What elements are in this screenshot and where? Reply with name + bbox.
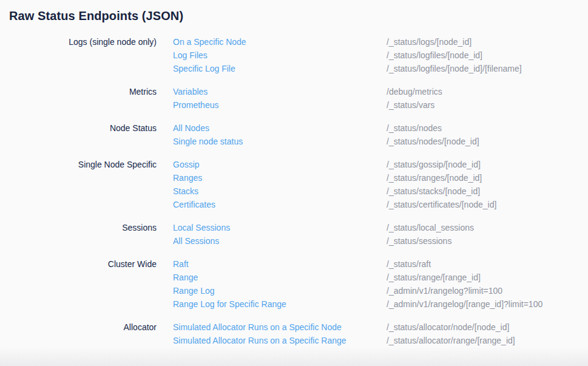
endpoint-path: /_status/certificates/[node_id] — [387, 198, 496, 211]
endpoint-row: Raft /_status/raft — [173, 257, 588, 271]
endpoint-section: Allocator Simulated Allocator Runs on a … — [8, 320, 588, 347]
endpoint-row: Simulated Allocator Runs on a Specific N… — [173, 320, 588, 334]
endpoint-rows: Gossip /_status/gossip/[node_id] Ranges … — [173, 158, 588, 211]
endpoint-section: Metrics Variables /debug/metrics Prometh… — [8, 85, 588, 112]
endpoint-row: Variables /debug/metrics — [173, 85, 588, 98]
endpoint-link[interactable]: All Nodes — [173, 121, 387, 135]
endpoint-link[interactable]: Single node status — [173, 135, 387, 148]
endpoint-category: Sessions — [8, 221, 157, 234]
endpoint-row: Stacks /_status/stacks/[node_id] — [173, 185, 588, 198]
endpoint-link[interactable]: Raft — [173, 257, 387, 271]
endpoint-link[interactable]: On a Specific Node — [173, 35, 387, 49]
page-title: Raw Status Endpoints (JSON) — [9, 8, 588, 24]
endpoint-path: /_status/sessions — [387, 234, 451, 248]
endpoint-row: Range Log for Specific Range /_admin/v1/… — [173, 297, 588, 311]
endpoint-path: /_status/vars — [387, 98, 434, 112]
endpoint-link[interactable]: Stacks — [173, 185, 387, 198]
endpoint-section: Node Status All Nodes /_status/nodes Sin… — [8, 121, 588, 148]
endpoint-row: Range /_status/range/[range_id] — [173, 271, 588, 284]
endpoint-link[interactable]: Local Sessions — [173, 221, 387, 234]
endpoint-link[interactable]: Prometheus — [173, 98, 387, 112]
endpoint-path: /_status/raft — [387, 257, 431, 271]
endpoint-row: Gossip /_status/gossip/[node_id] — [173, 158, 588, 171]
endpoint-row: Local Sessions /_status/local_sessions — [173, 221, 588, 234]
endpoint-path: /_status/range/[range_id] — [387, 271, 481, 284]
endpoint-rows: Simulated Allocator Runs on a Specific N… — [173, 320, 588, 347]
endpoint-path: /_status/allocator/range/[range_id] — [387, 334, 515, 347]
endpoint-path: /_status/ranges/[node_id] — [387, 171, 482, 185]
endpoints-list: Logs (single node only) On a Specific No… — [8, 35, 588, 347]
endpoint-rows: Local Sessions /_status/local_sessions A… — [173, 221, 588, 248]
endpoint-link[interactable]: Variables — [173, 85, 387, 98]
endpoint-row: Range Log /_admin/v1/rangelog?limit=100 — [173, 284, 588, 297]
page-bottom-fade — [0, 347, 588, 366]
endpoint-row: All Nodes /_status/nodes — [173, 121, 588, 135]
endpoint-link[interactable]: All Sessions — [173, 234, 387, 248]
endpoint-link[interactable]: Certificates — [173, 198, 387, 211]
endpoint-section: Logs (single node only) On a Specific No… — [8, 35, 588, 75]
endpoint-link[interactable]: Gossip — [173, 158, 387, 171]
endpoint-link[interactable]: Log Files — [173, 49, 387, 62]
endpoint-rows: Variables /debug/metrics Prometheus /_st… — [173, 85, 588, 112]
endpoint-category: Node Status — [8, 121, 157, 135]
endpoint-link[interactable]: Simulated Allocator Runs on a Specific N… — [173, 320, 387, 334]
endpoint-path: /_status/nodes/[node_id] — [387, 135, 479, 148]
endpoint-path: /debug/metrics — [387, 85, 442, 98]
endpoint-row: Ranges /_status/ranges/[node_id] — [173, 171, 588, 185]
endpoint-link[interactable]: Simulated Allocator Runs on a Specific R… — [173, 334, 387, 347]
endpoint-row: Single node status /_status/nodes/[node_… — [173, 135, 588, 148]
endpoint-row: All Sessions /_status/sessions — [173, 234, 588, 248]
endpoint-row: On a Specific Node /_status/logs/[node_i… — [173, 35, 588, 49]
endpoint-path: /_status/stacks/[node_id] — [387, 185, 480, 198]
endpoint-path: /_status/logfiles/[node_id]/[filename] — [387, 62, 522, 75]
endpoint-category: Logs (single node only) — [8, 35, 157, 49]
endpoint-row: Prometheus /_status/vars — [173, 98, 588, 112]
endpoint-path: /_admin/v1/rangelog?limit=100 — [387, 284, 502, 297]
endpoint-row: Certificates /_status/certificates/[node… — [173, 198, 588, 211]
endpoint-row: Specific Log File /_status/logfiles/[nod… — [173, 62, 588, 75]
endpoint-path: /_status/local_sessions — [387, 221, 474, 234]
endpoint-path: /_admin/v1/rangelog/[range_id]?limit=100 — [387, 297, 542, 311]
endpoint-section: Sessions Local Sessions /_status/local_s… — [8, 221, 588, 248]
endpoint-category: Cluster Wide — [8, 257, 157, 271]
endpoint-path: /_status/logfiles/[node_id] — [387, 49, 482, 62]
endpoint-rows: On a Specific Node /_status/logs/[node_i… — [173, 35, 588, 75]
endpoint-section: Single Node Specific Gossip /_status/gos… — [8, 158, 588, 211]
endpoint-link[interactable]: Ranges — [173, 171, 387, 185]
debug-page: { "page": { "title": "Raw Status Endpoin… — [0, 0, 588, 366]
endpoint-row: Simulated Allocator Runs on a Specific R… — [173, 334, 588, 347]
endpoint-category: Single Node Specific — [8, 158, 157, 171]
endpoint-link[interactable]: Range Log for Specific Range — [173, 297, 387, 311]
endpoint-link[interactable]: Range — [173, 271, 387, 284]
endpoint-path: /_status/logs/[node_id] — [387, 35, 471, 49]
endpoint-path: /_status/allocator/node/[node_id] — [387, 320, 509, 334]
endpoint-section: Cluster Wide Raft /_status/raft Range /_… — [8, 257, 588, 311]
endpoint-row: Log Files /_status/logfiles/[node_id] — [173, 49, 588, 62]
page-content: Raw Status Endpoints (JSON) Logs (single… — [0, 0, 588, 347]
endpoint-path: /_status/gossip/[node_id] — [387, 158, 481, 171]
endpoint-rows: All Nodes /_status/nodes Single node sta… — [173, 121, 588, 148]
endpoint-category: Allocator — [8, 320, 157, 334]
endpoint-path: /_status/nodes — [387, 121, 442, 135]
endpoint-category: Metrics — [8, 85, 157, 98]
endpoint-link[interactable]: Range Log — [173, 284, 387, 297]
endpoint-link[interactable]: Specific Log File — [173, 62, 387, 75]
endpoint-rows: Raft /_status/raft Range /_status/range/… — [173, 257, 588, 311]
